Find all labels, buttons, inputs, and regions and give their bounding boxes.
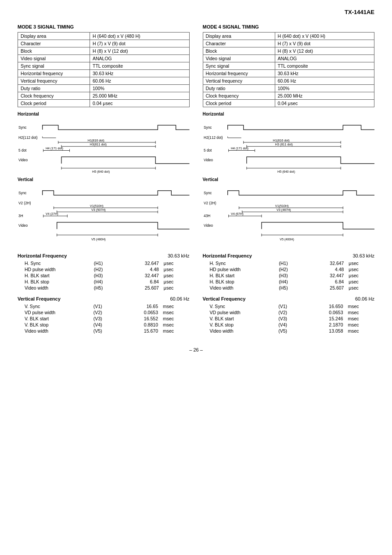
freq-id: (H3) [277,272,300,279]
freq-row: HD pulse width (H2) 4.48 μsec [203,266,375,272]
freq-id: (V2) [277,309,299,316]
horizontal-diagrams: Horizontal Sync H2(112 dot) 5 dot Video … [18,112,374,173]
mode4-v-label: Vertical [203,177,375,182]
svg-text:Sync: Sync [204,126,212,130]
vertical-diagrams: Vertical Sync V2 (2H) 3H Video V1(510H) … [18,177,374,243]
table-row: Clock frequency25.000 MHz [18,92,190,100]
mode4-v-svg: Sync V2 (2H) 43H Video V1(510H) V3 (467H… [203,183,375,248]
mode4-freq-col: Horizontal Frequency 30.63 kHz H. Sync (… [203,249,375,334]
freq-id: (H1) [92,260,115,266]
freq-unit: μsec [345,260,374,266]
freq-row: V. BLK stop (V4) 0.8810 msec [18,322,190,328]
freq-val: 32.647 [300,260,345,266]
svg-text:V4 (67H): V4 (67H) [230,212,243,216]
svg-text:V1(510H): V1(510H) [275,204,288,208]
freq-row: V. Sync (V1) 16.650 msec [203,303,375,309]
freq-row: V. BLK start (V3) 16.552 msec [18,316,190,322]
freq-name: Video width [18,285,92,291]
svg-text:3H: 3H [18,214,23,218]
row-val: TTL composite [90,62,190,70]
mode3-v-svg: Sync V2 (2H) 3H Video V1(510H) V3 (507H)… [18,183,190,248]
freq-id: (V3) [277,316,299,322]
freq-row: H. BLK stop (H4) 6.84 μsec [203,279,375,285]
table-row: Video signalANALOG [203,55,374,62]
freq-id: (V1) [92,303,115,309]
freq-name: VD pulse width [18,309,92,316]
row-char: Clock frequency [203,92,275,100]
mode3-h-label: Horizontal [18,112,190,116]
table-row: BlockH (8) x V (12 dot) [18,47,190,55]
row-val: H (7) x V (9) dot [90,40,190,47]
svg-text:H2(112 dot): H2(112 dot) [18,136,38,140]
freq-id: (V5) [92,328,115,334]
freq-unit: μsec [161,285,190,291]
freq-row: H. Sync (H1) 32.647 μsec [18,260,190,266]
row-char: Clock period [18,100,90,107]
freq-name: H. BLK start [203,272,277,279]
freq-unit: msec [345,316,374,322]
table-row: Vertical frequency60.06 Hz [203,77,374,85]
frequency-data-section: Horizontal Frequency 30.63 kHz H. Sync (… [18,249,374,334]
row-val: 25.000 MHz [90,92,190,100]
mode3-v-freq-value: 60.06 Hz [170,296,189,301]
svg-text:H5 (640 dot): H5 (640 dot) [277,170,295,174]
freq-name: HD pulse width [18,266,92,272]
mode3-h-freq: Horizontal Frequency 30.63 kHz H. Sync (… [18,253,190,291]
row-val: H (640 dot) x V (480 H) [90,33,190,40]
row-char: Video signal [18,55,90,62]
signal-timing-section: MODE 3 SIGNAL TIMING Display areaH (640 … [18,24,374,107]
freq-id: (H4) [92,279,115,285]
row-char: Display area [203,33,275,40]
freq-name: Video width [18,328,92,334]
table-row: Horizontal frequency30.63 kHz [203,70,374,77]
mode4-h-label: Horizontal [203,112,375,116]
mode3-v-freq: Vertical Frequency 60.06 Hz V. Sync (V1)… [18,296,190,334]
mode3-title: MODE 3 SIGNAL TIMING [18,24,190,29]
mode3-h-freq-title: Horizontal Frequency [18,253,67,258]
svg-text:Sync: Sync [204,191,212,195]
mode4-v-diagram: Vertical Sync V2 (2H) 43H Video V1(510H)… [203,177,375,243]
freq-val: 15.670 [115,328,160,334]
freq-unit: μsec [161,272,190,279]
table-row: Vertical frequency60.06 Hz [18,77,190,85]
freq-unit: μsec [345,272,374,279]
freq-id: (H2) [277,266,300,272]
freq-id: (H4) [277,279,300,285]
table-row: Sync signalTTL composite [203,62,374,70]
row-val: 0.04 μsec [275,100,374,107]
svg-text:V5 (400H): V5 (400H) [280,237,294,241]
svg-text:V4 (27H): V4 (27H) [46,212,58,216]
svg-text:Sync: Sync [18,126,26,130]
freq-name: H. BLK start [18,272,92,279]
freq-row: V. BLK stop (V4) 2.1870 msec [203,322,375,328]
table-row: Video signalANALOG [18,55,190,62]
row-char: Vertical frequency [18,77,90,85]
mode3-v-freq-table: V. Sync (V1) 16.65 msec VD pulse width (… [18,303,190,334]
row-char: Block [18,47,90,55]
freq-val: 4.48 [115,266,161,272]
mode3-table: Display areaH (640 dot) x V (480 H)Chara… [18,32,190,107]
svg-text:V2 (2H): V2 (2H) [18,201,31,205]
freq-val: 2.1870 [299,322,345,328]
freq-name: V. BLK stop [203,322,277,328]
svg-text:Video: Video [204,158,213,162]
freq-id: (H5) [92,285,115,291]
freq-id: (V4) [92,322,115,328]
row-val: 30.63 kHz [275,70,374,77]
freq-id: (H3) [92,272,115,279]
table-row: Display areaH (640 dot) x V (400 H) [203,33,374,40]
row-val: ANALOG [90,55,190,62]
svg-text:5 dot: 5 dot [204,149,212,152]
row-val: ANALOG [275,55,374,62]
table-row: Display areaH (640 dot) x V (480 H) [18,33,190,40]
table-row: Clock period0.04 μsec [18,100,190,107]
row-char: Character [18,40,90,47]
freq-name: V. Sync [18,303,92,309]
freq-name: VD pulse width [203,309,277,316]
row-char: Duty ratio [203,85,275,92]
freq-val: 32.647 [115,260,161,266]
row-char: Horizontal frequency [18,70,90,77]
freq-unit: μsec [161,266,190,272]
svg-text:Sync: Sync [18,191,26,195]
row-char: Block [203,47,275,55]
